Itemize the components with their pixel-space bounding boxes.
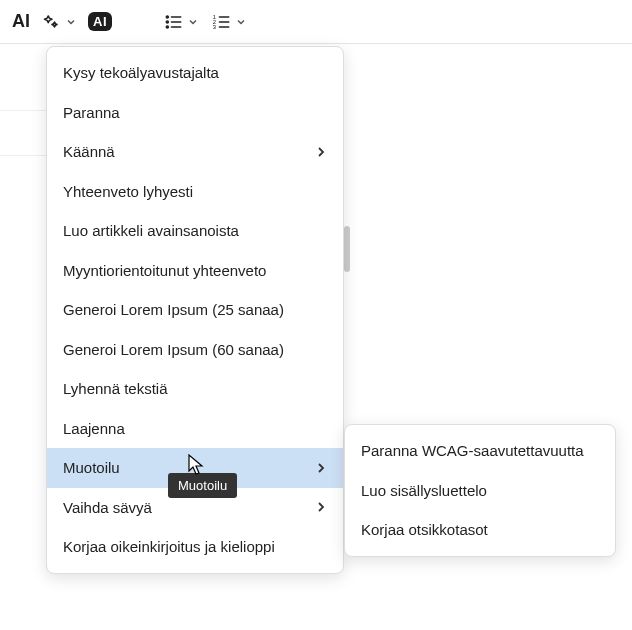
ai-sparkle-button[interactable] <box>40 8 78 36</box>
tooltip: Muotoilu <box>168 473 237 498</box>
chevron-right-icon <box>315 146 327 158</box>
chevron-down-icon <box>236 17 246 27</box>
menu-item-label: Generoi Lorem Ipsum (60 sanaa) <box>63 340 284 360</box>
submenu-item-label: Paranna WCAG-saavutettavuutta <box>361 441 584 461</box>
menu-item-label: Lyhennä tekstiä <box>63 379 168 399</box>
menu-item-label: Käännä <box>63 142 115 162</box>
menu-item-label: Muotoilu <box>63 458 120 478</box>
numbered-list-button[interactable]: 1 2 3 <box>210 8 248 36</box>
svg-point-4 <box>166 26 168 28</box>
menu-item[interactable]: Kysy tekoälyavustajalta <box>47 53 343 93</box>
menu-item[interactable]: Yhteenveto lyhyesti <box>47 172 343 212</box>
numbered-list-icon: 1 2 3 <box>212 12 232 32</box>
chevron-down-icon <box>188 17 198 27</box>
svg-point-2 <box>166 21 168 23</box>
bullet-list-icon <box>164 12 184 32</box>
submenu-item[interactable]: Korjaa otsikkotasot <box>345 510 615 550</box>
menu-item[interactable]: Korjaa oikeinkirjoitus ja kielioppi <box>47 527 343 567</box>
menu-item[interactable]: Laajenna <box>47 409 343 449</box>
menu-item[interactable]: Paranna <box>47 93 343 133</box>
chevron-right-icon <box>315 501 327 513</box>
menu-item-label: Luo artikkeli avainsanoista <box>63 221 239 241</box>
sparkle-icon <box>42 12 62 32</box>
muotoilu-submenu: Paranna WCAG-saavutettavuuttaLuo sisälly… <box>344 424 616 557</box>
ai-badge[interactable]: AI <box>88 12 112 31</box>
submenu-item[interactable]: Luo sisällysluettelo <box>345 471 615 511</box>
menu-item[interactable]: Käännä <box>47 132 343 172</box>
submenu-item-label: Korjaa otsikkotasot <box>361 520 488 540</box>
chevron-right-icon <box>315 462 327 474</box>
svg-point-0 <box>166 16 168 18</box>
svg-text:3: 3 <box>213 23 216 29</box>
submenu-item-label: Luo sisällysluettelo <box>361 481 487 501</box>
menu-item-label: Paranna <box>63 103 120 123</box>
menu-item-label: Kysy tekoälyavustajalta <box>63 63 219 83</box>
menu-item-label: Korjaa oikeinkirjoitus ja kielioppi <box>63 537 275 557</box>
scrollbar[interactable] <box>344 226 350 272</box>
menu-item-label: Myyntiorientoitunut yhteenveto <box>63 261 266 281</box>
toolbar: AI AI 1 2 3 <box>0 0 632 44</box>
menu-item-label: Generoi Lorem Ipsum (25 sanaa) <box>63 300 284 320</box>
bullet-list-button[interactable] <box>162 8 200 36</box>
menu-item-label: Yhteenveto lyhyesti <box>63 182 193 202</box>
menu-item[interactable]: Myyntiorientoitunut yhteenveto <box>47 251 343 291</box>
menu-item-label: Vaihda sävyä <box>63 498 152 518</box>
menu-item[interactable]: Generoi Lorem Ipsum (60 sanaa) <box>47 330 343 370</box>
menu-item[interactable]: Lyhennä tekstiä <box>47 369 343 409</box>
ai-label: AI <box>12 11 30 32</box>
menu-item-label: Laajenna <box>63 419 125 439</box>
chevron-down-icon <box>66 17 76 27</box>
menu-item[interactable]: Generoi Lorem Ipsum (25 sanaa) <box>47 290 343 330</box>
submenu-item[interactable]: Paranna WCAG-saavutettavuutta <box>345 431 615 471</box>
menu-item[interactable]: Luo artikkeli avainsanoista <box>47 211 343 251</box>
